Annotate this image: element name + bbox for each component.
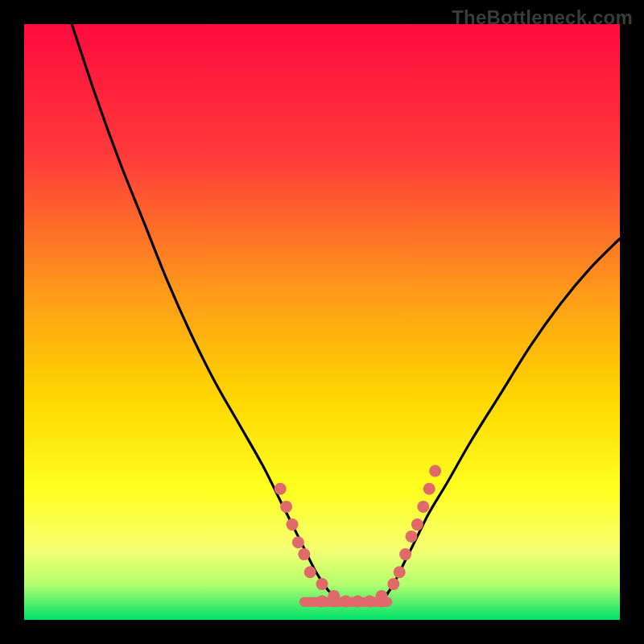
marker-right xyxy=(417,501,429,513)
marker-right xyxy=(411,518,423,530)
chart-frame: TheBottleneck.com xyxy=(0,0,644,644)
svg-rect-0 xyxy=(24,24,620,620)
marker-flat xyxy=(352,596,364,608)
bottleneck-chart xyxy=(24,24,620,620)
marker-right xyxy=(394,566,406,578)
marker-left xyxy=(280,501,292,513)
marker-left xyxy=(275,483,287,495)
marker-left xyxy=(304,566,316,578)
marker-left xyxy=(292,536,304,548)
marker-right xyxy=(399,548,411,560)
marker-left xyxy=(287,518,299,530)
marker-flat xyxy=(340,596,352,608)
marker-flat xyxy=(376,596,388,608)
marker-right xyxy=(423,483,436,495)
marker-flat xyxy=(364,596,376,608)
marker-right xyxy=(406,530,418,543)
marker-flat xyxy=(328,596,340,608)
plot-area xyxy=(24,24,620,620)
marker-right xyxy=(429,465,441,477)
marker-left xyxy=(316,578,328,590)
marker-flat xyxy=(316,596,328,608)
marker-right xyxy=(387,578,399,590)
marker-left xyxy=(298,548,310,560)
